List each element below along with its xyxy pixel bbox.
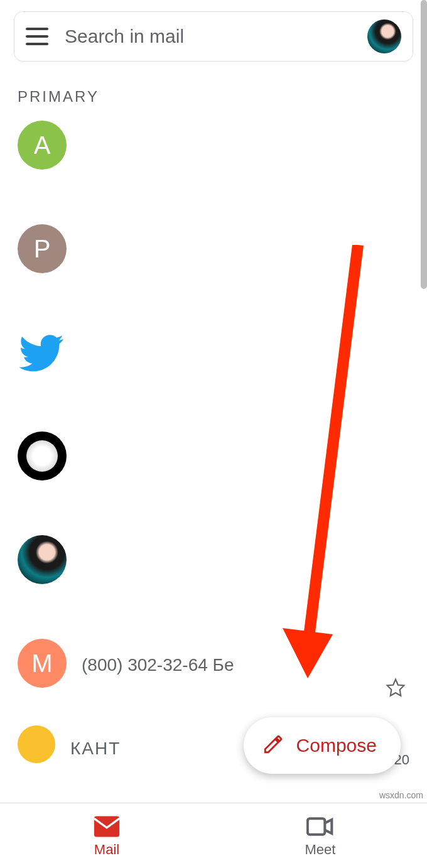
sender-avatar: M bbox=[18, 639, 67, 688]
sender-avatar bbox=[18, 725, 55, 763]
nav-meet[interactable]: Meet bbox=[214, 803, 427, 868]
mail-snippet: (800) 302-32-64 Бе bbox=[82, 639, 409, 675]
compose-button[interactable]: Compose bbox=[244, 717, 401, 774]
pencil-icon bbox=[262, 734, 284, 757]
nav-label: Meet bbox=[305, 842, 336, 858]
mail-row[interactable]: P bbox=[0, 224, 427, 328]
svg-rect-3 bbox=[308, 818, 325, 835]
mail-list: A P M (800) 302-32-64 Бе КАНТ 11/12/2020 bbox=[0, 121, 427, 758]
profile-avatar[interactable] bbox=[367, 19, 401, 53]
search-input[interactable]: Search in mail bbox=[65, 26, 367, 47]
search-bar[interactable]: Search in mail bbox=[14, 11, 413, 62]
video-icon bbox=[306, 814, 334, 839]
compose-label: Compose bbox=[296, 735, 377, 756]
mail-icon bbox=[93, 814, 121, 839]
nav-label: Mail bbox=[94, 842, 119, 858]
nav-mail[interactable]: Mail bbox=[0, 803, 214, 868]
mail-row[interactable] bbox=[0, 535, 427, 639]
mail-row[interactable] bbox=[0, 328, 427, 431]
mail-row[interactable] bbox=[0, 431, 427, 535]
watermark: wsxdn.com bbox=[379, 790, 423, 800]
sender-avatar bbox=[18, 431, 67, 480]
mail-row[interactable]: M (800) 302-32-64 Бе bbox=[0, 639, 427, 720]
mail-row[interactable]: A bbox=[0, 121, 427, 224]
section-label: PRIMARY bbox=[18, 88, 427, 106]
sender-avatar: P bbox=[18, 224, 67, 273]
sender-avatar bbox=[18, 535, 67, 584]
menu-icon[interactable] bbox=[26, 28, 48, 45]
sender-avatar: A bbox=[18, 121, 67, 170]
bottom-nav: Mail Meet bbox=[0, 803, 427, 868]
star-icon[interactable] bbox=[386, 678, 406, 703]
twitter-icon bbox=[18, 328, 67, 377]
